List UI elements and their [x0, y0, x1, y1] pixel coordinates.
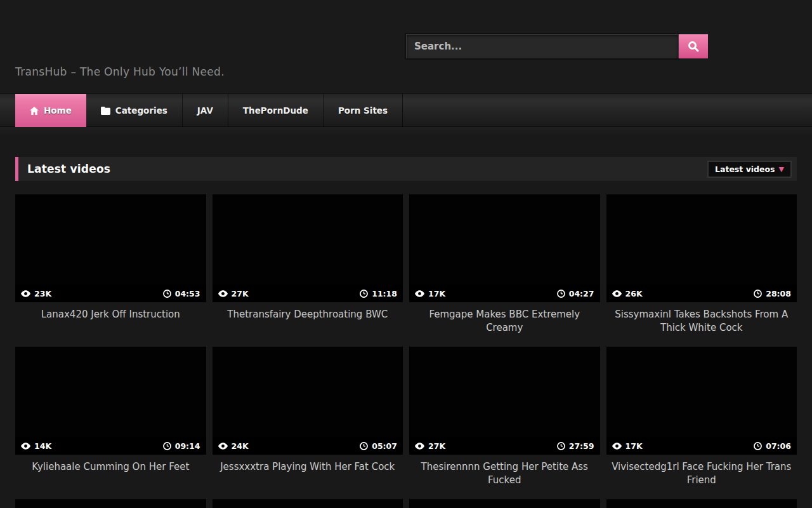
video-title[interactable]: Thesirennnn Getting Her Petite Ass Fucke…: [413, 460, 596, 487]
view-count: 27K: [232, 289, 249, 298]
views-meta: 14K: [21, 441, 51, 451]
clock-icon: [754, 290, 762, 298]
video-card[interactable]: 27K 11:18 Thetransfairy Deepthroating BW…: [213, 194, 403, 347]
video-title[interactable]: Vivisectedg1rl Face Fucking Her Trans Fr…: [610, 460, 794, 487]
video-thumbnail[interactable]: 26K 28:08: [606, 194, 797, 302]
eye-icon: [21, 290, 30, 297]
video-title[interactable]: Femgape Makes BBC Extremely Creamy: [413, 308, 596, 335]
duration-label: 28:08: [766, 289, 791, 298]
folder-icon: [101, 107, 110, 115]
duration-meta: 09:14: [163, 441, 200, 451]
nav-tab-label: JAV: [197, 105, 213, 116]
nav-tab-porn-sites[interactable]: Porn Sites: [324, 94, 403, 127]
duration-label: 04:53: [175, 289, 200, 298]
video-card[interactable]: 26K 28:08 Sissymaxinl Takes Backshots Fr…: [606, 194, 797, 347]
clock-icon: [163, 290, 171, 298]
views-meta: 23K: [21, 289, 51, 298]
home-icon: [30, 107, 39, 115]
video-card[interactable]: [213, 499, 403, 508]
video-card[interactable]: 14K 09:14 Kyliehaale Cumming On Her Feet: [15, 347, 206, 499]
section-header: Latest videos Latest videos ▼: [15, 157, 797, 181]
eye-icon: [612, 443, 622, 450]
sort-dropdown-label: Latest videos: [715, 164, 775, 174]
chevron-down-icon: ▼: [779, 166, 784, 173]
search-input[interactable]: [406, 34, 679, 58]
nav-tab-label: Categories: [115, 105, 167, 116]
video-thumbnail[interactable]: [15, 499, 206, 508]
video-thumbnail[interactable]: 14K 09:14: [15, 347, 206, 455]
clock-icon: [557, 442, 565, 450]
video-title[interactable]: Sissymaxinl Takes Backshots From A Thick…: [610, 308, 794, 335]
video-thumbnail[interactable]: [213, 499, 403, 508]
duration-label: 07:06: [766, 441, 791, 451]
view-count: 14K: [34, 441, 51, 451]
views-meta: 17K: [415, 289, 445, 298]
view-count: 24K: [232, 441, 249, 451]
views-meta: 27K: [415, 441, 445, 451]
video-title[interactable]: Lanax420 Jerk Off Instruction: [19, 308, 202, 321]
duration-label: 05:07: [372, 441, 397, 451]
sort-dropdown[interactable]: Latest videos ▼: [707, 161, 792, 178]
thumbnail-overlay: 17K 04:27: [409, 284, 600, 302]
clock-icon: [754, 442, 762, 450]
views-meta: 26K: [612, 289, 643, 298]
nav-tab-label: Porn Sites: [338, 105, 388, 116]
search-icon: [688, 41, 699, 52]
video-thumbnail[interactable]: [409, 499, 600, 508]
duration-meta: 04:53: [163, 289, 200, 298]
nav-tab-home[interactable]: Home: [15, 94, 86, 127]
duration-label: 27:59: [569, 441, 594, 451]
video-card[interactable]: 17K 07:06 Vivisectedg1rl Face Fucking He…: [606, 347, 797, 499]
eye-icon: [21, 443, 30, 450]
views-meta: 27K: [218, 289, 249, 298]
video-card[interactable]: [409, 499, 600, 508]
duration-label: 09:14: [175, 441, 200, 451]
eye-icon: [415, 290, 424, 297]
nav-tab-jav[interactable]: JAV: [183, 94, 228, 127]
video-title[interactable]: Jessxxxtra Playing With Her Fat Cock: [216, 460, 400, 474]
duration-label: 04:27: [569, 289, 594, 298]
nav-tab-theporndude[interactable]: ThePornDude: [228, 94, 324, 127]
thumbnail-overlay: 27K 27:59: [409, 437, 600, 455]
video-thumbnail[interactable]: 17K 07:06: [606, 347, 797, 455]
duration-meta: 07:06: [754, 441, 791, 451]
site-tagline: TransHub – The Only Hub You’ll Need.: [15, 65, 225, 78]
views-meta: 17K: [612, 441, 643, 451]
duration-meta: 28:08: [754, 289, 791, 298]
video-thumbnail[interactable]: [606, 499, 797, 508]
nav-tab-label: Home: [44, 105, 72, 116]
eye-icon: [218, 443, 228, 450]
nav-tab-label: ThePornDude: [243, 105, 308, 116]
clock-icon: [360, 290, 368, 298]
video-thumbnail[interactable]: 27K 11:18: [213, 194, 403, 302]
video-thumbnail[interactable]: 27K 27:59: [409, 347, 600, 455]
nav-tab-categories[interactable]: Categories: [86, 94, 183, 127]
thumbnail-overlay: 24K 05:07: [213, 437, 403, 455]
video-card[interactable]: 24K 05:07 Jessxxxtra Playing With Her Fa…: [213, 347, 403, 499]
main-nav: Home Categories JAV ThePornDude Porn Sit…: [0, 93, 812, 127]
duration-meta: 11:18: [360, 289, 397, 298]
video-grid: 23K 04:53 Lanax420 Jerk Off Instruction: [15, 194, 797, 508]
video-title[interactable]: Thetransfairy Deepthroating BWC: [216, 308, 400, 321]
duration-meta: 05:07: [360, 441, 397, 451]
video-card[interactable]: [15, 499, 206, 508]
video-card[interactable]: 23K 04:53 Lanax420 Jerk Off Instruction: [15, 194, 206, 347]
video-thumbnail[interactable]: 17K 04:27: [409, 194, 600, 302]
video-card[interactable]: [606, 499, 797, 508]
video-card[interactable]: 27K 27:59 Thesirennnn Getting Her Petite…: [409, 347, 600, 499]
video-thumbnail[interactable]: 23K 04:53: [15, 194, 206, 302]
clock-icon: [557, 290, 565, 298]
thumbnail-overlay: 14K 09:14: [15, 437, 206, 455]
video-card[interactable]: 17K 04:27 Femgape Makes BBC Extremely Cr…: [409, 194, 600, 347]
video-thumbnail[interactable]: 24K 05:07: [213, 347, 403, 455]
search-button[interactable]: [679, 34, 708, 58]
views-meta: 24K: [218, 441, 249, 451]
duration-label: 11:18: [372, 289, 397, 298]
thumbnail-overlay: 26K 28:08: [606, 284, 797, 302]
clock-icon: [163, 442, 171, 450]
view-count: 27K: [428, 441, 445, 451]
view-count: 23K: [34, 289, 51, 298]
thumbnail-overlay: 23K 04:53: [15, 284, 206, 302]
view-count: 17K: [428, 289, 445, 298]
video-title[interactable]: Kyliehaale Cumming On Her Feet: [19, 460, 202, 474]
